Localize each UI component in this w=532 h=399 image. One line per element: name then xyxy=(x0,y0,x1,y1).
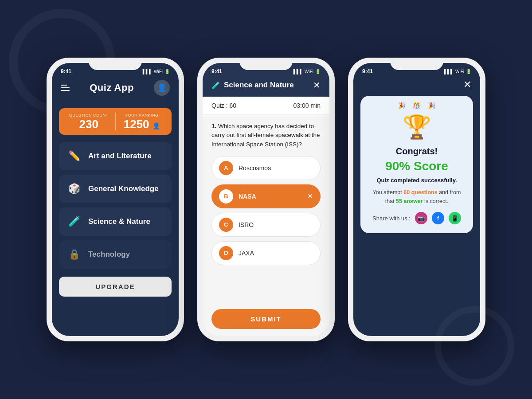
trophy-icon: 🏆 xyxy=(395,113,439,141)
stats-bar: Question Count 230 Your Ranking 1250 👤 xyxy=(59,108,172,135)
result-close-button[interactable]: ✕ xyxy=(463,79,471,90)
status-icons-2: ▌▌▌ WiFi 🔋 xyxy=(293,69,321,74)
instagram-share-button[interactable]: 📷 xyxy=(415,212,427,224)
phone-notch-2 xyxy=(239,58,293,70)
art-icon: ✏️ xyxy=(66,148,82,164)
option-d-label: JAXA xyxy=(239,250,254,257)
result-card: 🎉 🎊 🎉 🏆 Congrats! 90% Score Quiz complet… xyxy=(360,96,473,233)
question-content: Which space agency has decided to carry … xyxy=(211,123,320,148)
share-label: Share with us : xyxy=(372,215,411,222)
signal-icon-2: ▌▌▌ xyxy=(293,69,303,74)
ranking-icon: 👤 xyxy=(153,122,160,129)
flask-icon: 🧪 xyxy=(66,214,82,230)
category-general[interactable]: 🎲 General Knowledge xyxy=(59,175,172,203)
option-d-circle: D xyxy=(219,246,233,260)
signal-icon: ▌▌▌ xyxy=(143,69,152,74)
option-c-circle: C xyxy=(219,218,233,232)
option-b-circle: B xyxy=(219,189,233,203)
option-a-circle: A xyxy=(219,161,233,175)
option-c[interactable]: C ISRO xyxy=(211,213,321,237)
phone-results: 9:41 ▌▌▌ WiFi 🔋 ✕ 🎉 🎊 🎉 xyxy=(348,58,485,341)
option-b[interactable]: B NASA ✕ xyxy=(211,184,321,208)
facebook-share-button[interactable]: f xyxy=(432,212,444,224)
wifi-icon-3: WiFi xyxy=(455,69,464,74)
stat-divider xyxy=(115,113,116,130)
option-d[interactable]: D JAXA xyxy=(211,241,321,265)
congrats-heading: Congrats! xyxy=(396,146,438,156)
app-header: Quiz App 👤 xyxy=(52,76,179,103)
whatsapp-icon: 📱 xyxy=(451,215,458,222)
whatsapp-share-button[interactable]: 📱 xyxy=(449,212,461,224)
instagram-icon: 📷 xyxy=(418,215,425,222)
quiz-title-group: 🧪 Science and Nature xyxy=(211,81,294,90)
avatar-icon: 👤 xyxy=(157,83,167,93)
battery-icon-2: 🔋 xyxy=(315,69,321,74)
category-science[interactable]: 🧪 Science & Nature xyxy=(59,207,172,236)
quiz-timer: 03:00 min xyxy=(293,102,321,109)
upgrade-button[interactable]: UPGRADE xyxy=(59,277,172,297)
status-icons-3: ▌▌▌ WiFi 🔋 xyxy=(444,69,471,74)
battery-icon: 🔋 xyxy=(164,69,170,74)
quiz-header-icon: 🧪 xyxy=(211,81,220,90)
option-a-label: Roscosmos xyxy=(239,164,271,172)
result-header: ✕ xyxy=(353,76,480,96)
signal-icon-3: ▌▌▌ xyxy=(444,69,454,74)
lock-icon: 🔒 xyxy=(66,246,82,262)
ranking-value: 1250 👤 xyxy=(119,118,165,130)
cat-art-label: Art and Literature xyxy=(88,152,152,160)
category-tech: 🔒 Technology xyxy=(59,240,172,269)
app-title: Quiz App xyxy=(90,82,134,94)
share-section: Share with us : 📷 f 📱 xyxy=(372,212,461,224)
trophy-container: 🎉 🎊 🎉 🏆 xyxy=(395,106,439,142)
attempt-info: You attempt 60 questions and from that 5… xyxy=(369,188,464,206)
status-time-1: 9:41 xyxy=(61,68,71,74)
option-a[interactable]: A Roscosmos xyxy=(211,156,321,180)
avatar[interactable]: 👤 xyxy=(154,80,170,96)
score-display: 90% Score xyxy=(385,159,448,173)
option-c-label: ISRO xyxy=(239,221,254,228)
completed-message: Quiz completed successfully. xyxy=(376,177,457,184)
facebook-icon: f xyxy=(437,215,439,222)
status-icons-1: ▌▌▌ WiFi 🔋 xyxy=(143,69,170,74)
question-text: 1. Which space agency has decided to car… xyxy=(211,122,321,149)
quiz-header: 🧪 Science and Nature ✕ xyxy=(203,76,329,97)
hamburger-menu[interactable] xyxy=(61,85,70,91)
questions-count: 60 questions xyxy=(403,189,437,196)
dice-icon: 🎲 xyxy=(66,181,82,197)
wrong-icon: ✕ xyxy=(307,192,313,200)
confetti-decoration: 🎉 🎊 🎉 xyxy=(395,102,439,109)
ranking-label: Your Ranking xyxy=(119,113,165,117)
option-b-label: NASA xyxy=(239,193,256,200)
phone-main-menu: 9:41 ▌▌▌ WiFi 🔋 Quiz App 👤 xyxy=(47,58,184,341)
question-count-value: 230 xyxy=(66,118,112,130)
status-time-2: 9:41 xyxy=(211,68,222,74)
category-art[interactable]: ✏️ Art and Literature xyxy=(59,142,172,170)
status-time-3: 9:41 xyxy=(362,68,373,74)
cat-general-label: General Knowledge xyxy=(88,184,159,193)
answer-options: A Roscosmos B NASA ✕ C ISRO D JAXA xyxy=(211,156,321,265)
cat-tech-label: Technology xyxy=(88,250,130,259)
question-number: 1. xyxy=(211,123,216,129)
phone-notch xyxy=(89,58,142,70)
categories-list: ✏️ Art and Literature 🎲 General Knowledg… xyxy=(52,140,179,270)
battery-icon-3: 🔋 xyxy=(466,69,471,74)
quiz-meta: Quiz : 60 03:00 min xyxy=(203,97,329,115)
hamburger-line xyxy=(61,87,70,88)
quiz-number: Quiz : 60 xyxy=(211,102,236,109)
quiz-title-text: Science and Nature xyxy=(224,81,294,90)
submit-button[interactable]: SUBMIT xyxy=(211,309,321,329)
quiz-body: 1. Which space agency has decided to car… xyxy=(203,115,329,302)
correct-count: 55 answer xyxy=(396,198,422,204)
ranking-stat: Your Ranking 1250 👤 xyxy=(119,113,165,130)
wifi-icon-2: WiFi xyxy=(305,69,313,74)
phone-quiz: 9:41 ▌▌▌ WiFi 🔋 🧪 Science and Nature ✕ Q… xyxy=(197,58,335,341)
hamburger-line xyxy=(61,85,67,86)
wifi-icon: WiFi xyxy=(154,69,163,74)
question-count-label: Question Count xyxy=(66,113,112,117)
question-count-stat: Question Count 230 xyxy=(66,113,112,130)
cat-science-label: Science & Nature xyxy=(88,217,150,226)
phone-notch-3 xyxy=(390,58,443,70)
quiz-close-button[interactable]: ✕ xyxy=(313,80,321,90)
hamburger-line xyxy=(61,90,70,91)
